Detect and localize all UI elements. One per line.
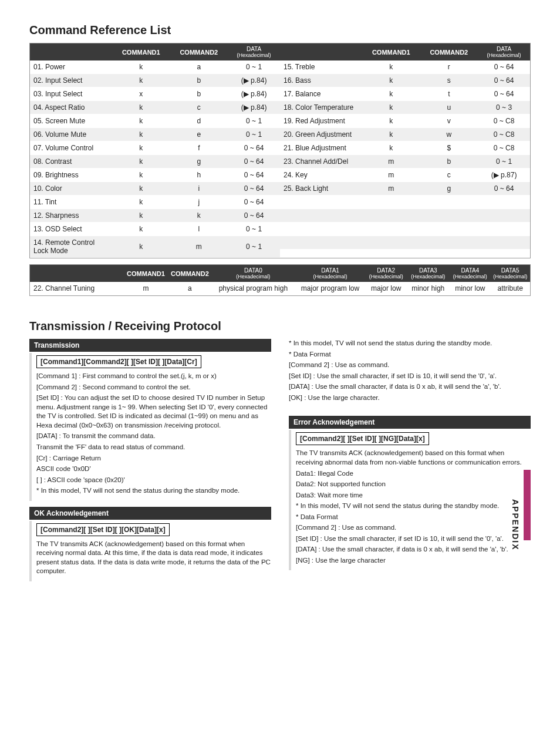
section-tab [524,470,531,540]
ct-d0: DATA0(Hexadecimal) [212,265,295,282]
col-cmd2-r: COMMAND2 [420,43,478,60]
cell-d: (▶ p.87) [478,169,530,182]
table-row: 17. Balancekt0 ~ 64 [280,88,530,101]
cell-c1: k [112,128,170,142]
cell-c1: k [112,155,170,169]
cell-d: 0 ~ 64 [478,74,530,88]
col-data-r: DATA(Hexadecimal) [478,43,530,60]
cell-c1: k [362,142,420,155]
protocol-line: [NG] : Use the large character [296,556,531,566]
col-cmd1: COMMAND1 [112,43,170,60]
col-cmd2: COMMAND2 [170,43,228,60]
table-row: 07. Volume Controlkf0 ~ 64 [30,142,280,155]
heading-trp: Transmission / Receiving Protocol [29,319,531,333]
command-table: COMMAND1 COMMAND2 DATA(Hexadecimal) 01. … [29,43,531,258]
protocol-line: [Command 2] : Use as command. [289,361,531,370]
table-row: 22. Channel Tuning m a physical program … [30,282,530,295]
transmission-header: Transmission [29,339,271,352]
protocol-line: The TV transmits ACK (acknowledgement) b… [296,449,531,467]
cell-c2: b [420,155,478,169]
ok-ack-header: OK Acknowledgement [29,507,271,520]
protocol-line: * In this model, TV will not send the st… [36,486,271,496]
protocol-line: Transmit the 'FF' data to read status of… [36,443,271,452]
table-row: 04. Aspect Ratiokc(▶ p.84) [30,101,280,115]
cell-d: 0 ~ 1 [228,60,280,74]
table-row: 24. Keymc(▶ p.87) [280,169,530,182]
err-format: [Command2][ ][Set ID][ ][NG][Data][x] [296,432,429,445]
ct-v5: attribute [490,282,530,295]
transmission-format: [Command1][Command2][ ][Set ID][ ][Data]… [36,355,201,368]
cell-name: 07. Volume Control [30,142,112,155]
table-row: 18. Color Temperatureku0 ~ 3 [280,101,530,115]
cell-c1: k [362,60,420,74]
cell-c1: k [112,115,170,128]
cell-name: 02. Input Select [30,74,112,88]
table-row: 16. Bassks0 ~ 64 [280,74,530,88]
cell-name: 14. Remote Control Lock Mode [30,236,112,258]
ct-v1: major program low [295,282,366,295]
protocol-line: The TV transmits ACK (acknowledgement) b… [36,540,271,576]
cell-c2: c [420,169,478,182]
cell-c1: m [362,169,420,182]
cell-name: 04. Aspect Ratio [30,101,112,115]
table-row: 08. Contrastkg0 ~ 64 [30,155,280,169]
cell-c2: h [170,169,228,182]
cell-d: 0 ~ 64 [478,60,530,74]
cell-c2: u [420,101,478,115]
cell-c2: d [170,115,228,128]
cell-name: 23. Channel Add/Del [280,155,362,169]
table-row: 10. Colorki0 ~ 64 [30,182,280,196]
ct-d4: DATA4(Hexadecimal) [450,265,490,282]
cell-d: 0 ~ 1 [228,236,280,258]
table-row: 09. Brightnesskh0 ~ 64 [30,169,280,182]
protocol-line: [DATA] : Use the small character, if dat… [296,545,531,554]
cell-c2: g [420,182,478,196]
protocol-line: [Cr] : Carriage Return [36,454,271,463]
protocol-line: [Command 1] : First command to control t… [36,372,271,381]
table-row: 25. Back Lightmg0 ~ 64 [280,182,530,196]
section-label: APPENDIX [511,499,520,551]
table-row-empty [280,223,530,236]
cell-name: 16. Bass [280,74,362,88]
cell-name: 15. Treble [280,60,362,74]
cell-d: 0 ~ 64 [228,155,280,169]
cell-c2: a [170,60,228,74]
cell-c2: i [170,182,228,196]
table-row: 20. Green Adjustmentkw0 ~ C8 [280,128,530,142]
protocol-line: [Set ID] : Use the small character, if s… [296,534,531,544]
cell-d: 0 ~ 64 [228,209,280,223]
cell-c1: k [362,88,420,101]
cell-c2: e [170,128,228,142]
ct-d3: DATA3(Hexadecimal) [406,265,450,282]
cell-name: 24. Key [280,169,362,182]
cell-c2: b [170,88,228,101]
cell-name: 18. Color Temperature [280,101,362,115]
cell-name: 08. Contrast [30,155,112,169]
protocol-line: [DATA] : Use the small character, if dat… [289,382,531,392]
ct-v4: minor low [450,282,490,295]
cell-d: (▶ p.84) [228,88,280,101]
cell-d: (▶ p.84) [228,101,280,115]
cell-c1: k [362,74,420,88]
cell-d: 0 ~ 64 [478,182,530,196]
protocol-line: * Data Format [296,513,531,522]
cell-c2: r [420,60,478,74]
protocol-line: [DATA] : To transmit the command data. [36,432,271,441]
cell-name: 10. Color [30,182,112,196]
cell-c1: k [362,101,420,115]
cell-name: 12. Sharpness [30,209,112,223]
cell-c2: w [420,128,478,142]
err-ack-header: Error Acknowledgement [289,416,531,429]
table-row: 23. Channel Add/Delmb0 ~ 1 [280,155,530,169]
col-cmd1-r: COMMAND1 [362,43,420,60]
cell-d: 0 ~ 1 [228,223,280,236]
cell-c2: $ [420,142,478,155]
protocol-line: * In this model, TV will not send the st… [296,502,531,511]
cell-c2: t [420,88,478,101]
cell-name: 09. Brightness [30,169,112,182]
cell-name: 17. Balance [280,88,362,101]
table-row: 01. Powerka0 ~ 1 [30,60,280,74]
cell-c2: k [170,209,228,223]
cell-c2: m [170,236,228,258]
ct-c1: m [124,282,168,295]
